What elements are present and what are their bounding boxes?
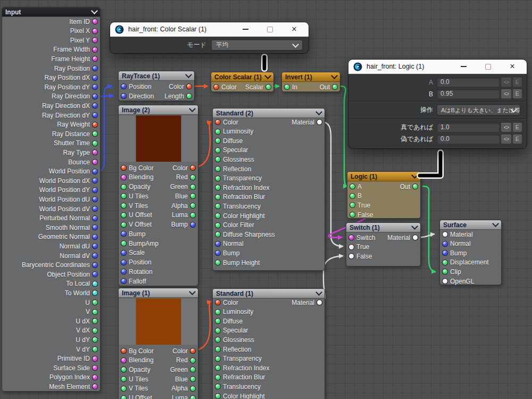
port-Color[interactable] xyxy=(190,165,195,170)
port-Ray Position[interactable] xyxy=(93,66,97,71)
mini-slider-icon[interactable]: <> xyxy=(501,135,511,144)
port-Refraction Index[interactable] xyxy=(215,185,220,190)
chevron-down-icon[interactable] xyxy=(492,220,499,227)
port-Green[interactable] xyxy=(190,367,195,372)
operation-dropdown[interactable]: AはBよりも大きい、または等… xyxy=(437,105,520,115)
port-Refraction Blur[interactable] xyxy=(215,375,220,380)
port-B[interactable] xyxy=(350,194,355,198)
port-Bg Color[interactable] xyxy=(121,165,126,170)
chevron-down-icon[interactable] xyxy=(411,223,418,230)
port-U dX[interactable] xyxy=(93,319,97,323)
port-Ray Direction dY[interactable] xyxy=(93,113,97,118)
mini-slider-icon[interactable]: <> xyxy=(501,123,511,132)
node-header-image2[interactable]: Image (2) xyxy=(119,105,198,115)
port-Translucency[interactable] xyxy=(215,204,220,209)
chevron-down-icon[interactable] xyxy=(189,105,196,112)
node-header-invert1[interactable]: Invert (1) xyxy=(282,72,340,82)
port-False[interactable] xyxy=(350,212,355,217)
port-U Offset[interactable] xyxy=(121,396,126,399)
node-editor-canvas[interactable]: InputItem IDPixel XPixel YFrame WidthFra… xyxy=(0,0,532,399)
port-Scalar[interactable] xyxy=(266,85,271,89)
port-V Offset[interactable] xyxy=(121,222,126,227)
mode-dropdown[interactable]: 平均 xyxy=(212,40,302,50)
port-Object Position[interactable] xyxy=(93,272,97,277)
node-header-standard2[interactable]: Standard (2) xyxy=(213,109,325,118)
port-Normal dU[interactable] xyxy=(93,244,97,248)
port-Refraction Index[interactable] xyxy=(215,365,220,370)
port-Frame Height[interactable] xyxy=(93,56,97,61)
node-header-image1[interactable]: Image (1) xyxy=(119,288,198,298)
port-Refraction Blur[interactable] xyxy=(215,195,220,200)
port-Color Highlight[interactable] xyxy=(215,394,220,398)
port-Blending[interactable] xyxy=(121,175,126,180)
port-Surface Side[interactable] xyxy=(93,365,97,370)
logic-a-field[interactable]: 0.0 xyxy=(437,78,500,87)
mini-slider-icon[interactable]: <> xyxy=(501,89,511,98)
port-Polygon Index[interactable] xyxy=(93,375,97,380)
port-Geometric Normal[interactable] xyxy=(93,235,97,239)
window-titlebar[interactable]: hair_front: Color Scalar (1) × xyxy=(110,22,309,37)
port-Specular[interactable] xyxy=(215,148,220,153)
port-Bump[interactable] xyxy=(443,251,447,255)
envelope-button[interactable]: E xyxy=(513,135,522,144)
port-Ray Distance[interactable] xyxy=(93,131,97,136)
port-V Tiles[interactable] xyxy=(121,203,126,208)
chevron-down-icon[interactable] xyxy=(264,72,271,79)
port-Diffuse Sharpness[interactable] xyxy=(215,232,220,237)
port-World Position dY[interactable] xyxy=(93,188,97,193)
port-Normal[interactable] xyxy=(215,242,220,246)
chevron-down-icon[interactable] xyxy=(331,72,338,79)
port-Color Highlight[interactable] xyxy=(215,213,220,218)
port-Ray Type[interactable] xyxy=(93,150,97,155)
port-Bounce[interactable] xyxy=(93,160,97,164)
chevron-down-icon[interactable] xyxy=(411,172,418,179)
port-Length[interactable] xyxy=(187,94,192,98)
port-Color[interactable] xyxy=(190,348,195,353)
envelope-button[interactable]: E xyxy=(513,78,522,87)
port-Diffuse[interactable] xyxy=(215,319,220,323)
port-Out[interactable] xyxy=(332,85,337,89)
chevron-down-icon[interactable] xyxy=(91,7,98,14)
port-Material[interactable] xyxy=(317,300,322,305)
port-U Tiles[interactable] xyxy=(121,377,126,381)
window-titlebar[interactable]: hair_front: Logic (1) × xyxy=(348,60,527,74)
port-Normal dV[interactable] xyxy=(93,253,97,258)
port-World Position[interactable] xyxy=(93,169,97,174)
port-Diffuse[interactable] xyxy=(215,138,220,143)
port-Transparency[interactable] xyxy=(215,356,220,361)
port-Glossiness[interactable] xyxy=(215,157,220,162)
port-V dY[interactable] xyxy=(93,347,97,352)
logic-b-field[interactable]: 0.95 xyxy=(437,89,500,98)
port-Mesh Element[interactable] xyxy=(93,384,97,389)
port-In[interactable] xyxy=(285,85,289,89)
port-True[interactable] xyxy=(349,245,354,250)
node-header-switch1[interactable]: Switch (1) xyxy=(346,223,420,232)
chevron-down-icon[interactable] xyxy=(185,71,192,78)
port-U dY[interactable] xyxy=(93,337,97,342)
port-True[interactable] xyxy=(350,203,355,207)
chevron-down-icon[interactable] xyxy=(315,289,322,296)
port-Color[interactable] xyxy=(215,120,220,124)
port-U[interactable] xyxy=(93,300,97,305)
port-Shutter Time[interactable] xyxy=(93,141,97,146)
port-Rotation[interactable] xyxy=(121,269,126,274)
chevron-down-icon[interactable] xyxy=(189,288,196,295)
port-Opacity[interactable] xyxy=(121,185,126,189)
port-Blending[interactable] xyxy=(121,358,126,363)
chevron-down-icon[interactable] xyxy=(315,109,322,115)
port-Position[interactable] xyxy=(121,84,126,89)
port-OpenGL[interactable] xyxy=(443,279,447,284)
port-Transparency[interactable] xyxy=(215,176,220,181)
port-Opacity[interactable] xyxy=(121,367,126,372)
close-button[interactable]: × xyxy=(285,23,304,35)
port-Ray Direction dX[interactable] xyxy=(93,103,97,108)
port-Perturbed Normal[interactable] xyxy=(93,216,97,221)
port-Normal[interactable] xyxy=(443,242,447,246)
port-Alpha[interactable] xyxy=(190,386,195,391)
port-BumpAmp[interactable] xyxy=(121,241,126,246)
minimize-button[interactable] xyxy=(236,23,255,35)
port-Barycentric Coordinates[interactable] xyxy=(93,263,97,268)
port-Smooth Normal[interactable] xyxy=(93,225,97,230)
node-header-surface[interactable]: Surface xyxy=(440,220,501,230)
port-Bump[interactable] xyxy=(121,231,126,236)
